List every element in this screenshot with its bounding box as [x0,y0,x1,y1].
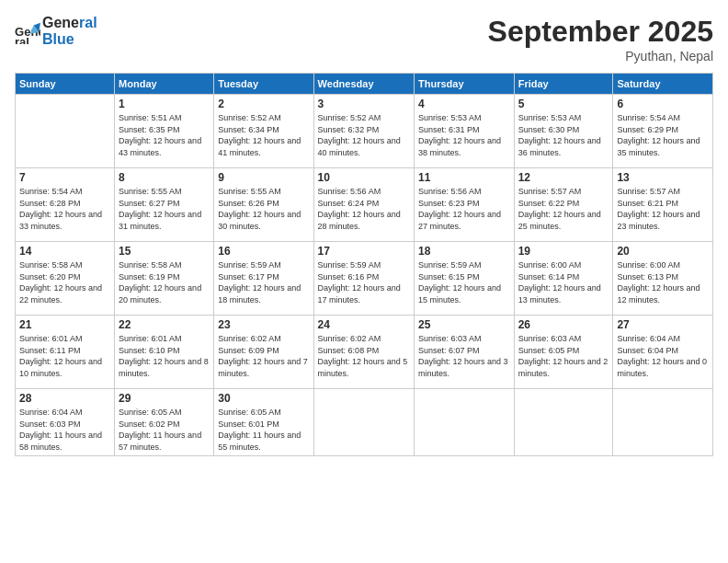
day-number: 6 [617,98,709,110]
col-tuesday: Tuesday [214,74,313,95]
day-number: 18 [418,245,510,258]
month-title: September 2025 [488,15,713,49]
logo-icon: Gene ral [15,18,40,44]
calendar-header-row: Sunday Monday Tuesday Wednesday Thursday… [16,74,713,95]
calendar-cell: 14Sunrise: 5:58 AM Sunset: 6:20 PM Dayli… [16,242,115,316]
day-number: 22 [119,318,210,331]
day-info: Sunrise: 6:00 AM Sunset: 6:14 PM Dayligh… [518,259,609,305]
week-row-3: 14Sunrise: 5:58 AM Sunset: 6:20 PM Dayli… [16,242,713,316]
logo-line2: Blue [42,31,97,48]
day-info: Sunrise: 6:00 AM Sunset: 6:13 PM Dayligh… [617,259,709,305]
calendar-cell: 12Sunrise: 5:57 AM Sunset: 6:22 PM Dayli… [514,168,613,242]
calendar-cell [414,389,514,456]
calendar-cell: 22Sunrise: 6:01 AM Sunset: 6:10 PM Dayli… [115,316,214,389]
calendar-cell: 6Sunrise: 5:54 AM Sunset: 6:29 PM Daylig… [613,95,713,168]
calendar-cell: 10Sunrise: 5:56 AM Sunset: 6:24 PM Dayli… [313,168,414,242]
day-info: Sunrise: 5:53 AM Sunset: 6:31 PM Dayligh… [418,112,510,158]
day-number: 1 [119,98,210,110]
week-row-1: 1Sunrise: 5:51 AM Sunset: 6:35 PM Daylig… [16,95,713,168]
calendar-cell: 9Sunrise: 5:55 AM Sunset: 6:26 PM Daylig… [214,168,313,242]
calendar-cell: 11Sunrise: 5:56 AM Sunset: 6:23 PM Dayli… [414,168,514,242]
calendar-cell: 29Sunrise: 6:05 AM Sunset: 6:02 PM Dayli… [115,389,214,456]
day-number: 8 [119,171,210,184]
day-number: 5 [518,98,609,110]
day-info: Sunrise: 5:52 AM Sunset: 6:32 PM Dayligh… [318,112,410,158]
calendar-cell [613,389,713,456]
day-number: 20 [617,245,709,258]
day-info: Sunrise: 5:53 AM Sunset: 6:30 PM Dayligh… [518,112,609,158]
calendar-cell [313,389,414,456]
day-number: 27 [617,318,709,331]
calendar-cell: 28Sunrise: 6:04 AM Sunset: 6:03 PM Dayli… [16,389,115,456]
col-wednesday: Wednesday [313,74,414,95]
col-thursday: Thursday [414,74,514,95]
col-monday: Monday [115,74,214,95]
calendar-cell: 13Sunrise: 5:57 AM Sunset: 6:21 PM Dayli… [613,168,713,242]
day-info: Sunrise: 5:51 AM Sunset: 6:35 PM Dayligh… [119,112,210,158]
calendar-cell [514,389,613,456]
day-number: 16 [218,245,309,258]
day-info: Sunrise: 6:01 AM Sunset: 6:10 PM Dayligh… [119,333,210,379]
day-number: 10 [318,171,410,184]
day-number: 4 [418,98,510,110]
week-row-5: 28Sunrise: 6:04 AM Sunset: 6:03 PM Dayli… [16,389,713,456]
day-info: Sunrise: 5:52 AM Sunset: 6:34 PM Dayligh… [218,112,309,158]
calendar-cell: 16Sunrise: 5:59 AM Sunset: 6:17 PM Dayli… [214,242,313,316]
day-info: Sunrise: 5:58 AM Sunset: 6:20 PM Dayligh… [19,259,110,305]
day-number: 12 [518,171,609,184]
day-info: Sunrise: 5:55 AM Sunset: 6:26 PM Dayligh… [218,186,309,232]
calendar-cell: 27Sunrise: 6:04 AM Sunset: 6:04 PM Dayli… [613,316,713,389]
day-info: Sunrise: 5:58 AM Sunset: 6:19 PM Dayligh… [119,259,210,305]
day-number: 13 [617,171,709,184]
day-info: Sunrise: 6:01 AM Sunset: 6:11 PM Dayligh… [19,333,110,379]
day-info: Sunrise: 5:54 AM Sunset: 6:28 PM Dayligh… [19,186,110,232]
day-number: 24 [318,318,410,331]
day-info: Sunrise: 5:56 AM Sunset: 6:23 PM Dayligh… [418,186,510,232]
col-friday: Friday [514,74,613,95]
calendar-cell [16,95,115,168]
col-sunday: Sunday [16,74,115,95]
day-info: Sunrise: 6:05 AM Sunset: 6:01 PM Dayligh… [218,407,309,453]
day-number: 21 [19,318,110,331]
day-info: Sunrise: 6:03 AM Sunset: 6:05 PM Dayligh… [518,333,609,379]
day-info: Sunrise: 6:04 AM Sunset: 6:04 PM Dayligh… [617,333,709,379]
calendar-cell: 30Sunrise: 6:05 AM Sunset: 6:01 PM Dayli… [214,389,313,456]
week-row-4: 21Sunrise: 6:01 AM Sunset: 6:11 PM Dayli… [16,316,713,389]
day-number: 23 [218,318,309,331]
day-number: 2 [218,98,309,110]
day-number: 28 [19,392,110,405]
day-info: Sunrise: 5:57 AM Sunset: 6:22 PM Dayligh… [518,186,609,232]
calendar-cell: 3Sunrise: 5:52 AM Sunset: 6:32 PM Daylig… [313,95,414,168]
calendar-cell: 5Sunrise: 5:53 AM Sunset: 6:30 PM Daylig… [514,95,613,168]
day-number: 15 [119,245,210,258]
day-info: Sunrise: 5:55 AM Sunset: 6:27 PM Dayligh… [119,186,210,232]
day-number: 3 [318,98,410,110]
calendar-cell: 17Sunrise: 5:59 AM Sunset: 6:16 PM Dayli… [313,242,414,316]
day-info: Sunrise: 6:04 AM Sunset: 6:03 PM Dayligh… [19,407,110,453]
day-info: Sunrise: 6:03 AM Sunset: 6:07 PM Dayligh… [418,333,510,379]
day-number: 26 [518,318,609,331]
page-header: Gene ral General Blue September 2025 Pyu… [15,15,713,63]
day-number: 30 [218,392,309,405]
calendar-cell: 18Sunrise: 5:59 AM Sunset: 6:15 PM Dayli… [414,242,514,316]
calendar-cell: 15Sunrise: 5:58 AM Sunset: 6:19 PM Dayli… [115,242,214,316]
day-info: Sunrise: 5:59 AM Sunset: 6:15 PM Dayligh… [418,259,510,305]
week-row-2: 7Sunrise: 5:54 AM Sunset: 6:28 PM Daylig… [16,168,713,242]
day-info: Sunrise: 5:59 AM Sunset: 6:16 PM Dayligh… [318,259,410,305]
calendar-cell: 2Sunrise: 5:52 AM Sunset: 6:34 PM Daylig… [214,95,313,168]
calendar-cell: 24Sunrise: 6:02 AM Sunset: 6:08 PM Dayli… [313,316,414,389]
calendar-cell: 1Sunrise: 5:51 AM Sunset: 6:35 PM Daylig… [115,95,214,168]
calendar-cell: 20Sunrise: 6:00 AM Sunset: 6:13 PM Dayli… [613,242,713,316]
title-block: September 2025 Pyuthan, Nepal [488,15,713,63]
day-info: Sunrise: 5:56 AM Sunset: 6:24 PM Dayligh… [318,186,410,232]
calendar-cell: 26Sunrise: 6:03 AM Sunset: 6:05 PM Dayli… [514,316,613,389]
calendar-cell: 4Sunrise: 5:53 AM Sunset: 6:31 PM Daylig… [414,95,514,168]
calendar-cell: 21Sunrise: 6:01 AM Sunset: 6:11 PM Dayli… [16,316,115,389]
location-subtitle: Pyuthan, Nepal [488,49,713,63]
calendar-cell: 7Sunrise: 5:54 AM Sunset: 6:28 PM Daylig… [16,168,115,242]
day-number: 25 [418,318,510,331]
svg-text:ral: ral [15,34,29,43]
calendar-cell: 19Sunrise: 6:00 AM Sunset: 6:14 PM Dayli… [514,242,613,316]
day-info: Sunrise: 5:57 AM Sunset: 6:21 PM Dayligh… [617,186,709,232]
day-number: 29 [119,392,210,405]
